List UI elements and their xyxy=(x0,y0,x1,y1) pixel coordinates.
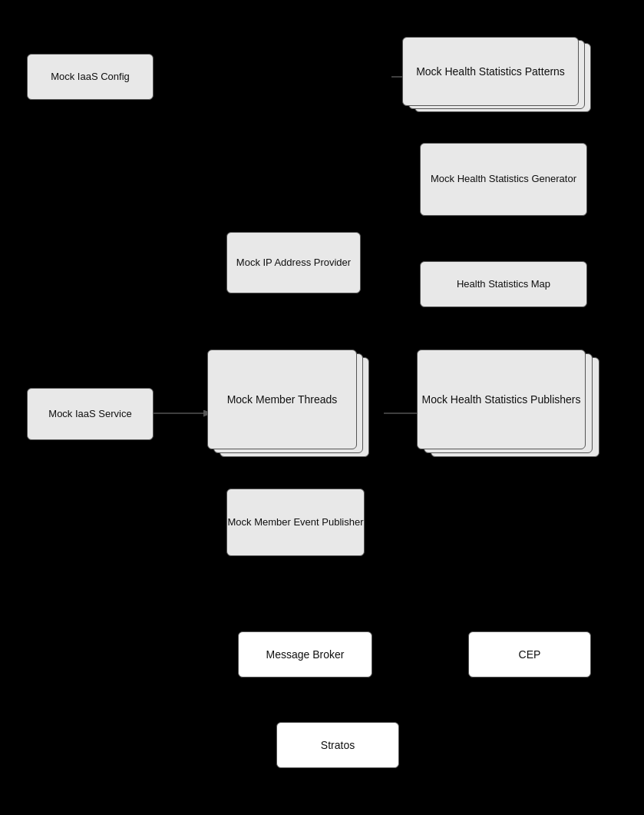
mock-ip-address-provider-box: Mock IP Address Provider xyxy=(226,232,361,293)
cep-box: CEP xyxy=(468,631,591,678)
stratos-box: Stratos xyxy=(276,722,399,768)
health-statistics-map-box: Health Statistics Map xyxy=(420,261,587,307)
mock-health-statistics-generator-box: Mock Health Statistics Generator xyxy=(420,143,587,216)
mock-iaas-config-box: Mock IaaS Config xyxy=(27,54,154,100)
mock-member-event-publisher-box: Mock Member Event Publisher xyxy=(226,489,365,556)
message-broker-box: Message Broker xyxy=(238,631,372,678)
mock-iaas-service-box: Mock IaaS Service xyxy=(27,388,154,440)
mock-member-threads-stack: Mock Member Threads xyxy=(207,350,376,469)
mock-health-statistics-publishers-stack: Mock Health Statistics Publishers xyxy=(417,350,610,469)
diagram: Mock IaaS Config Mock Health Statistics … xyxy=(0,0,644,815)
mock-health-statistics-patterns-stack: Mock Health Statistics Patterns xyxy=(402,37,594,121)
